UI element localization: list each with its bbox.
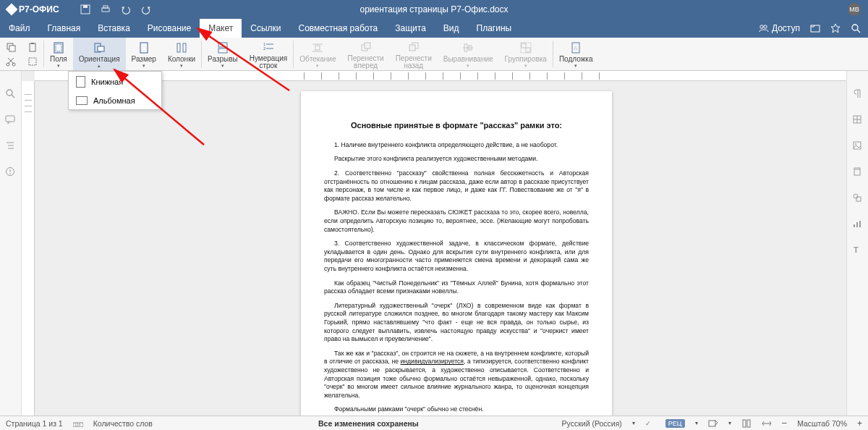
track-changes-badge[interactable]: РЕЦ (665, 419, 685, 428)
cut-icon[interactable] (4, 56, 17, 67)
svg-rect-73 (709, 421, 715, 426)
linenumbers-icon: 12 (261, 41, 276, 54)
wordcount-label[interactable]: Количество слов (93, 419, 153, 428)
spellcheck-icon[interactable]: ✓ (645, 419, 655, 428)
tab-protect[interactable]: Защита (386, 19, 435, 38)
tab-layout[interactable]: Макет (200, 19, 242, 38)
share-button[interactable]: Доступ (759, 23, 800, 33)
tab-home[interactable]: Главная (39, 19, 90, 38)
feedback-icon[interactable] (5, 166, 17, 178)
breaks-button[interactable]: Разрывы ▾ (202, 38, 244, 70)
portrait-icon (76, 76, 85, 88)
undo-icon[interactable] (120, 4, 132, 15)
svg-rect-26 (218, 49, 227, 53)
document-page[interactable]: Основные принятые в формате "рассказ" ра… (301, 91, 612, 416)
chart-settings-icon[interactable] (852, 219, 864, 230)
zoom-out-button[interactable]: − (782, 418, 788, 429)
doc-paragraph: Как образец "Чистый Понедельник" из "Тём… (324, 279, 589, 296)
svg-rect-6 (811, 25, 820, 32)
watermark-button[interactable]: A Подложка ▾ (553, 38, 599, 70)
group-button: Группировка ▾ (499, 38, 553, 70)
tab-collab[interactable]: Совместная работа (289, 19, 386, 38)
tab-plugins[interactable]: Плагины (468, 19, 521, 38)
doc-language[interactable]: Русский (Россия) (562, 419, 622, 428)
open-location-icon[interactable] (810, 24, 820, 33)
wrapping-label: Обтекание (299, 55, 336, 63)
svg-rect-16 (31, 43, 34, 44)
group-label: Группировка (505, 55, 547, 63)
columns-button[interactable]: Колонки ▾ (162, 38, 201, 70)
svg-text:A: A (574, 45, 578, 51)
orientation-icon (92, 41, 106, 54)
paste-icon[interactable] (26, 41, 39, 53)
svg-point-59 (855, 143, 856, 145)
svg-rect-64 (854, 224, 855, 227)
svg-rect-31 (315, 46, 320, 50)
columns-label: Колонки (168, 55, 195, 63)
watermark-label: Подложка (559, 55, 593, 63)
app-name: Р7-ОФИС (19, 4, 59, 14)
doc-paragraph: 1. Наличие внутреннего конфликта определ… (324, 141, 589, 150)
orientation-portrait[interactable]: Книжная (69, 72, 161, 92)
tab-insert[interactable]: Вставка (89, 19, 139, 38)
linenumbers-label2: строк (259, 62, 277, 69)
user-avatar[interactable]: MB (848, 3, 861, 16)
svg-rect-66 (859, 221, 861, 227)
svg-rect-74 (743, 420, 746, 427)
orientation-label: Ориентация (79, 55, 120, 63)
align-icon (461, 41, 475, 54)
favorite-icon[interactable] (830, 23, 841, 33)
save-status: Все изменения сохранены (318, 419, 419, 428)
headings-icon[interactable] (5, 140, 17, 152)
tab-file[interactable]: Файл (0, 19, 39, 38)
redo-icon[interactable] (140, 4, 152, 15)
svg-point-5 (764, 25, 767, 28)
svg-rect-19 (56, 44, 61, 51)
fit-page-icon[interactable] (741, 419, 752, 428)
tab-view[interactable]: Вид (435, 19, 468, 38)
bring-forward-button: Перенести вперед (342, 38, 390, 70)
track-changes-icon[interactable] (708, 419, 718, 428)
svg-line-47 (12, 95, 14, 98)
zoom-in-button[interactable]: + (857, 418, 862, 429)
linenumbers-button[interactable]: 12 Нумерация строк (244, 38, 293, 70)
textart-settings-icon[interactable]: T (852, 245, 864, 256)
breaks-icon (216, 41, 230, 54)
copy-icon[interactable] (4, 41, 17, 53)
svg-rect-58 (854, 142, 861, 149)
shape-settings-icon[interactable] (852, 193, 864, 204)
tab-draw[interactable]: Рисование (139, 19, 200, 38)
wrapping-button: Обтекание ▾ (294, 38, 341, 70)
group-icon (519, 41, 533, 54)
doc-paragraph: Так же как и "рассказ", он строится не н… (324, 350, 589, 400)
vertical-ruler[interactable] (22, 81, 35, 416)
save-icon[interactable] (80, 4, 91, 15)
margins-label: Поля (50, 55, 67, 63)
doc-paragraph: 3. Соответственно художественной задаче,… (324, 240, 589, 273)
landscape-icon (76, 96, 88, 105)
svg-rect-37 (409, 45, 415, 51)
svg-text:✓: ✓ (645, 420, 651, 427)
doc-paragraph: Литературный художественный "очерк" (ЛХО… (324, 302, 589, 344)
table-settings-icon[interactable] (852, 114, 864, 126)
margins-button[interactable]: Поля ▾ (44, 38, 73, 70)
search-icon[interactable] (851, 23, 861, 33)
find-icon[interactable] (5, 88, 17, 100)
main-menu: Файл Главная Вставка Рисование Макет Ссы… (0, 19, 868, 38)
fit-width-icon[interactable] (762, 419, 772, 428)
zoom-label[interactable]: Масштаб 70% (797, 419, 847, 428)
orientation-button[interactable]: Ориентация ▴ (73, 38, 126, 70)
page-count[interactable]: Страница 1 из 1 (6, 419, 63, 428)
paragraph-settings-icon[interactable] (852, 88, 864, 100)
print-icon[interactable] (100, 4, 111, 15)
svg-point-7 (852, 25, 858, 30)
image-settings-icon[interactable] (852, 140, 864, 152)
select-all-icon[interactable] (26, 56, 39, 67)
orientation-landscape[interactable]: Альбомная (69, 92, 161, 109)
tab-references[interactable]: Ссылки (242, 19, 289, 38)
document-title: ориентация страницы Р7-Офис.docx (359, 4, 508, 14)
header-footer-icon[interactable] (852, 166, 864, 178)
comments-icon[interactable] (5, 114, 17, 126)
svg-rect-23 (177, 43, 180, 52)
size-button[interactable]: Размер ▾ (126, 38, 162, 70)
